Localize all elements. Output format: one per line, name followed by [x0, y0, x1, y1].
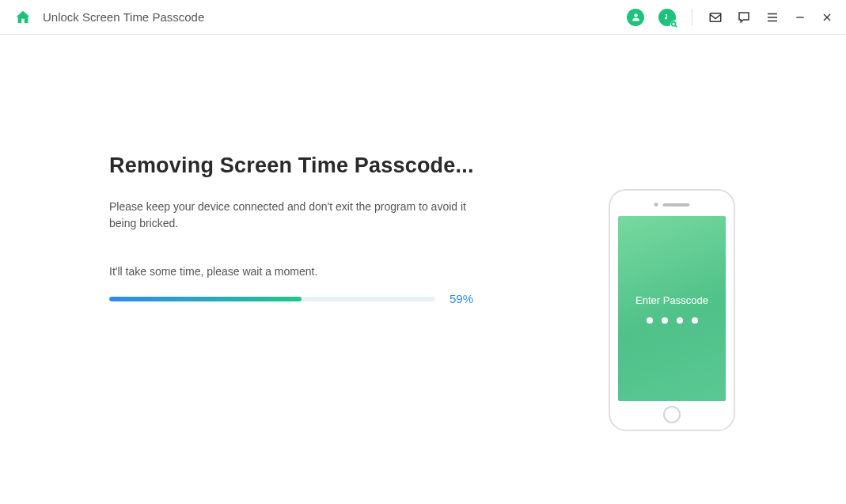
phone-screen-text: Enter Passcode	[635, 294, 708, 306]
header-title: Unlock Screen Time Passcode	[43, 10, 204, 24]
header-right	[627, 9, 833, 26]
progress-percent: 59%	[450, 292, 473, 305]
progress-fill	[109, 297, 302, 301]
svg-rect-2	[710, 13, 721, 21]
music-search-icon[interactable]	[658, 9, 676, 26]
phone-earpiece	[654, 203, 690, 207]
phone-frame: Enter Passcode	[609, 189, 735, 431]
progress-row: 59%	[109, 292, 473, 305]
phone-illustration: Enter Passcode	[609, 189, 735, 431]
header-left: Unlock Screen Time Passcode	[14, 9, 204, 26]
svg-point-1	[672, 21, 676, 25]
description-text: Please keep your device connected and do…	[109, 199, 473, 232]
menu-icon[interactable]	[765, 10, 780, 25]
account-icon[interactable]	[627, 9, 644, 26]
feedback-icon[interactable]	[737, 10, 751, 25]
home-icon[interactable]	[14, 9, 32, 26]
app-header: Unlock Screen Time Passcode	[0, 0, 846, 35]
phone-screen: Enter Passcode	[618, 216, 726, 401]
content-area: Removing Screen Time Passcode... Please …	[0, 153, 483, 305]
page-heading: Removing Screen Time Passcode...	[109, 153, 483, 178]
passcode-dots	[647, 317, 698, 324]
close-button[interactable]	[821, 11, 833, 24]
phone-home-button	[663, 406, 681, 423]
main-content: Removing Screen Time Passcode... Please …	[0, 35, 846, 305]
mail-icon[interactable]	[708, 10, 723, 25]
minimize-button[interactable]	[794, 11, 806, 24]
header-separator	[692, 9, 692, 26]
wait-text: It'll take some time, please wait a mome…	[109, 265, 483, 278]
svg-point-0	[634, 13, 637, 17]
progress-bar	[109, 297, 435, 301]
